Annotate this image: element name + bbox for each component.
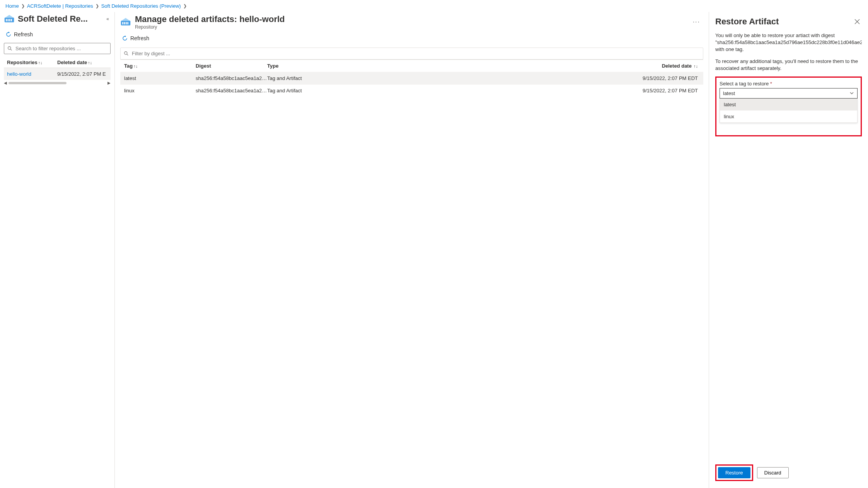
- header-digest[interactable]: Digest: [196, 63, 267, 69]
- artifact-digest: sha256:f54a58bc1aac5ea1a25...: [196, 88, 267, 94]
- refresh-icon: [122, 35, 128, 41]
- breadcrumb-home[interactable]: Home: [5, 3, 19, 9]
- repo-header-name[interactable]: Repositories↑↓: [7, 60, 57, 65]
- search-icon: [7, 46, 12, 51]
- container-registry-icon: [120, 17, 131, 27]
- artifacts-table: Tag↑↓ Digest Type Deleted date ↑↓ latest…: [120, 60, 703, 97]
- blade-title: Restore Artifact: [715, 17, 853, 27]
- search-field[interactable]: [15, 45, 107, 52]
- refresh-button[interactable]: Refresh: [120, 31, 703, 45]
- repo-header-date[interactable]: Deleted date↑↓: [57, 60, 107, 65]
- refresh-icon: [5, 31, 12, 37]
- filter-digest-input[interactable]: [120, 48, 703, 60]
- breadcrumb-registry[interactable]: ACRSoftDelete | Repositories: [27, 3, 93, 9]
- scroll-left-icon[interactable]: ◀: [4, 81, 7, 85]
- breadcrumb: Home ❯ ACRSoftDelete | Repositories ❯ So…: [0, 0, 868, 12]
- left-panel: Soft Deleted Re... « Refresh Repositorie…: [0, 12, 115, 488]
- artifact-row[interactable]: linux sha256:f54a58bc1aac5ea1a25... Tag …: [120, 84, 703, 97]
- artifacts-table-header: Tag↑↓ Digest Type Deleted date ↑↓: [120, 60, 703, 72]
- breadcrumb-soft-deleted[interactable]: Soft Deleted Repositories (Preview): [101, 3, 181, 9]
- chevron-right-icon: ❯: [95, 3, 99, 9]
- chevron-right-icon: ❯: [183, 3, 187, 9]
- artifact-type: Tag and Artifact: [267, 75, 339, 81]
- artifact-tag: latest: [124, 75, 196, 81]
- horizontal-scrollbar[interactable]: ◀ ▶: [4, 81, 111, 85]
- repo-table-header: Repositories↑↓ Deleted date↑↓: [4, 57, 111, 68]
- sort-icon: ↑↓: [38, 60, 43, 65]
- svg-rect-11: [127, 22, 128, 24]
- blade-description-1: You will only be able to restore your ar…: [715, 32, 862, 53]
- repo-name: hello-world: [7, 71, 57, 77]
- artifact-tag: linux: [124, 88, 196, 94]
- chevron-right-icon: ❯: [21, 3, 25, 9]
- center-panel: Manage deleted artifacts: hello-world Re…: [115, 12, 709, 488]
- header-tag[interactable]: Tag↑↓: [124, 63, 196, 69]
- search-repositories-input[interactable]: [4, 43, 111, 54]
- center-subtitle: Repository: [135, 24, 686, 30]
- blade-description-2: To recover any additional tags, you'll n…: [715, 58, 862, 72]
- svg-rect-1: [6, 19, 7, 21]
- repo-date: 9/15/2022, 2:07 PM E: [57, 71, 107, 77]
- refresh-label: Refresh: [130, 35, 149, 41]
- center-title: Manage deleted artifacts: hello-world: [135, 14, 686, 24]
- scroll-right-icon[interactable]: ▶: [107, 81, 111, 85]
- header-type[interactable]: Type: [267, 63, 339, 69]
- svg-rect-8: [122, 22, 123, 24]
- dropdown-list: latest linux: [720, 99, 858, 123]
- more-actions-button[interactable]: ···: [690, 17, 703, 27]
- svg-point-5: [8, 47, 11, 49]
- svg-point-12: [124, 52, 127, 54]
- restore-button[interactable]: Restore: [718, 467, 750, 478]
- select-tag-label: Select a tag to restore *: [720, 81, 858, 87]
- close-icon[interactable]: [853, 17, 862, 26]
- artifact-row[interactable]: latest sha256:f54a58bc1aac5ea1a25... Tag…: [120, 72, 703, 84]
- svg-rect-10: [126, 22, 127, 24]
- sort-icon: ↑↓: [88, 60, 92, 65]
- artifact-date: 9/15/2022, 2:07 PM EDT: [339, 75, 699, 81]
- header-date[interactable]: Deleted date ↑↓: [339, 63, 699, 69]
- svg-rect-9: [124, 22, 125, 24]
- highlight-box: Select a tag to restore * latest latest …: [715, 77, 862, 136]
- refresh-label: Refresh: [14, 31, 33, 37]
- search-icon: [124, 51, 129, 56]
- artifact-digest: sha256:f54a58bc1aac5ea1a25...: [196, 75, 267, 81]
- sort-icon: ↑↓: [692, 64, 698, 68]
- left-panel-title: Soft Deleted Re...: [18, 14, 102, 24]
- svg-rect-2: [8, 19, 9, 21]
- svg-rect-4: [11, 19, 12, 21]
- svg-line-13: [127, 54, 128, 55]
- highlight-box: Restore: [715, 464, 753, 481]
- svg-line-6: [10, 49, 12, 50]
- dropdown-value: latest: [723, 90, 849, 96]
- tag-select-dropdown[interactable]: latest: [720, 88, 858, 99]
- dropdown-option-latest[interactable]: latest: [720, 99, 857, 111]
- svg-rect-3: [9, 19, 10, 21]
- artifact-type: Tag and Artifact: [267, 88, 339, 94]
- collapse-left-icon[interactable]: «: [105, 15, 111, 23]
- refresh-button[interactable]: Refresh: [4, 27, 111, 41]
- restore-artifact-blade: Restore Artifact You will only be able t…: [709, 12, 868, 488]
- discard-button[interactable]: Discard: [757, 467, 789, 478]
- container-registry-icon: [4, 14, 15, 24]
- dropdown-option-linux[interactable]: linux: [720, 111, 857, 122]
- required-indicator: *: [770, 81, 772, 87]
- artifact-date: 9/15/2022, 2:07 PM EDT: [339, 88, 699, 94]
- repo-row[interactable]: hello-world 9/15/2022, 2:07 PM E: [4, 68, 111, 80]
- filter-field[interactable]: [131, 50, 700, 57]
- chevron-down-icon: [849, 91, 854, 95]
- sort-icon: ↑↓: [133, 64, 138, 68]
